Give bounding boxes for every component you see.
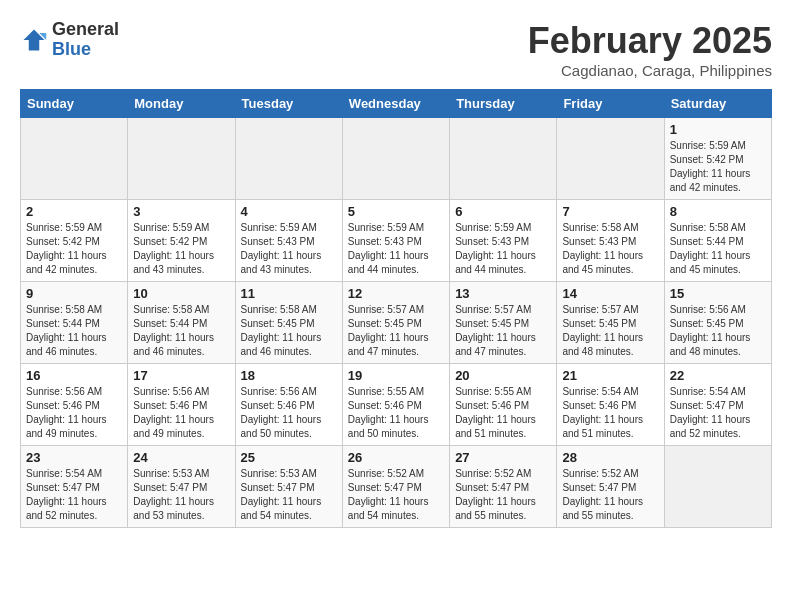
day-number: 20	[455, 368, 551, 383]
calendar-cell: 23Sunrise: 5:54 AM Sunset: 5:47 PM Dayli…	[21, 446, 128, 528]
weekday-header-monday: Monday	[128, 90, 235, 118]
svg-marker-0	[24, 29, 45, 50]
day-info: Sunrise: 5:56 AM Sunset: 5:45 PM Dayligh…	[670, 303, 766, 359]
calendar-cell: 14Sunrise: 5:57 AM Sunset: 5:45 PM Dayli…	[557, 282, 664, 364]
day-number: 23	[26, 450, 122, 465]
day-info: Sunrise: 5:55 AM Sunset: 5:46 PM Dayligh…	[348, 385, 444, 441]
calendar-cell: 6Sunrise: 5:59 AM Sunset: 5:43 PM Daylig…	[450, 200, 557, 282]
day-info: Sunrise: 5:58 AM Sunset: 5:44 PM Dayligh…	[670, 221, 766, 277]
day-number: 27	[455, 450, 551, 465]
day-info: Sunrise: 5:59 AM Sunset: 5:42 PM Dayligh…	[670, 139, 766, 195]
day-number: 17	[133, 368, 229, 383]
day-info: Sunrise: 5:59 AM Sunset: 5:42 PM Dayligh…	[26, 221, 122, 277]
day-number: 25	[241, 450, 337, 465]
weekday-header-wednesday: Wednesday	[342, 90, 449, 118]
calendar-cell: 25Sunrise: 5:53 AM Sunset: 5:47 PM Dayli…	[235, 446, 342, 528]
page-header: General Blue February 2025 Cagdianao, Ca…	[20, 20, 772, 79]
day-info: Sunrise: 5:55 AM Sunset: 5:46 PM Dayligh…	[455, 385, 551, 441]
calendar-cell: 1Sunrise: 5:59 AM Sunset: 5:42 PM Daylig…	[664, 118, 771, 200]
calendar-cell: 2Sunrise: 5:59 AM Sunset: 5:42 PM Daylig…	[21, 200, 128, 282]
calendar-cell	[235, 118, 342, 200]
day-info: Sunrise: 5:57 AM Sunset: 5:45 PM Dayligh…	[562, 303, 658, 359]
calendar-cell	[21, 118, 128, 200]
calendar-cell	[450, 118, 557, 200]
weekday-header-thursday: Thursday	[450, 90, 557, 118]
day-info: Sunrise: 5:59 AM Sunset: 5:43 PM Dayligh…	[348, 221, 444, 277]
calendar-cell: 27Sunrise: 5:52 AM Sunset: 5:47 PM Dayli…	[450, 446, 557, 528]
calendar-cell: 15Sunrise: 5:56 AM Sunset: 5:45 PM Dayli…	[664, 282, 771, 364]
calendar-cell: 7Sunrise: 5:58 AM Sunset: 5:43 PM Daylig…	[557, 200, 664, 282]
day-number: 15	[670, 286, 766, 301]
day-info: Sunrise: 5:59 AM Sunset: 5:43 PM Dayligh…	[455, 221, 551, 277]
day-info: Sunrise: 5:52 AM Sunset: 5:47 PM Dayligh…	[348, 467, 444, 523]
calendar-cell: 11Sunrise: 5:58 AM Sunset: 5:45 PM Dayli…	[235, 282, 342, 364]
calendar-cell	[128, 118, 235, 200]
calendar-cell	[342, 118, 449, 200]
logo: General Blue	[20, 20, 119, 60]
calendar-cell: 19Sunrise: 5:55 AM Sunset: 5:46 PM Dayli…	[342, 364, 449, 446]
calendar-cell: 13Sunrise: 5:57 AM Sunset: 5:45 PM Dayli…	[450, 282, 557, 364]
calendar-table: SundayMondayTuesdayWednesdayThursdayFrid…	[20, 89, 772, 528]
day-number: 18	[241, 368, 337, 383]
calendar-cell: 10Sunrise: 5:58 AM Sunset: 5:44 PM Dayli…	[128, 282, 235, 364]
week-row-5: 23Sunrise: 5:54 AM Sunset: 5:47 PM Dayli…	[21, 446, 772, 528]
calendar-cell: 4Sunrise: 5:59 AM Sunset: 5:43 PM Daylig…	[235, 200, 342, 282]
day-info: Sunrise: 5:57 AM Sunset: 5:45 PM Dayligh…	[455, 303, 551, 359]
logo-general-text: General	[52, 20, 119, 40]
day-number: 26	[348, 450, 444, 465]
weekday-header-saturday: Saturday	[664, 90, 771, 118]
day-info: Sunrise: 5:52 AM Sunset: 5:47 PM Dayligh…	[455, 467, 551, 523]
day-number: 6	[455, 204, 551, 219]
day-info: Sunrise: 5:53 AM Sunset: 5:47 PM Dayligh…	[241, 467, 337, 523]
week-row-2: 2Sunrise: 5:59 AM Sunset: 5:42 PM Daylig…	[21, 200, 772, 282]
logo-blue-text: Blue	[52, 40, 119, 60]
calendar-cell: 26Sunrise: 5:52 AM Sunset: 5:47 PM Dayli…	[342, 446, 449, 528]
calendar-cell: 21Sunrise: 5:54 AM Sunset: 5:46 PM Dayli…	[557, 364, 664, 446]
day-info: Sunrise: 5:58 AM Sunset: 5:44 PM Dayligh…	[26, 303, 122, 359]
day-number: 16	[26, 368, 122, 383]
day-number: 3	[133, 204, 229, 219]
logo-text: General Blue	[52, 20, 119, 60]
weekday-header-row: SundayMondayTuesdayWednesdayThursdayFrid…	[21, 90, 772, 118]
day-info: Sunrise: 5:57 AM Sunset: 5:45 PM Dayligh…	[348, 303, 444, 359]
week-row-1: 1Sunrise: 5:59 AM Sunset: 5:42 PM Daylig…	[21, 118, 772, 200]
day-info: Sunrise: 5:58 AM Sunset: 5:44 PM Dayligh…	[133, 303, 229, 359]
day-info: Sunrise: 5:54 AM Sunset: 5:47 PM Dayligh…	[670, 385, 766, 441]
calendar-cell: 8Sunrise: 5:58 AM Sunset: 5:44 PM Daylig…	[664, 200, 771, 282]
day-number: 1	[670, 122, 766, 137]
day-info: Sunrise: 5:54 AM Sunset: 5:47 PM Dayligh…	[26, 467, 122, 523]
calendar-cell: 3Sunrise: 5:59 AM Sunset: 5:42 PM Daylig…	[128, 200, 235, 282]
day-info: Sunrise: 5:54 AM Sunset: 5:46 PM Dayligh…	[562, 385, 658, 441]
weekday-header-friday: Friday	[557, 90, 664, 118]
calendar-cell	[664, 446, 771, 528]
calendar-cell	[557, 118, 664, 200]
title-block: February 2025 Cagdianao, Caraga, Philipp…	[528, 20, 772, 79]
day-number: 10	[133, 286, 229, 301]
day-number: 5	[348, 204, 444, 219]
weekday-header-sunday: Sunday	[21, 90, 128, 118]
day-number: 21	[562, 368, 658, 383]
day-info: Sunrise: 5:56 AM Sunset: 5:46 PM Dayligh…	[241, 385, 337, 441]
calendar-cell: 9Sunrise: 5:58 AM Sunset: 5:44 PM Daylig…	[21, 282, 128, 364]
day-info: Sunrise: 5:56 AM Sunset: 5:46 PM Dayligh…	[133, 385, 229, 441]
day-info: Sunrise: 5:58 AM Sunset: 5:43 PM Dayligh…	[562, 221, 658, 277]
calendar-cell: 12Sunrise: 5:57 AM Sunset: 5:45 PM Dayli…	[342, 282, 449, 364]
calendar-cell: 18Sunrise: 5:56 AM Sunset: 5:46 PM Dayli…	[235, 364, 342, 446]
month-title: February 2025	[528, 20, 772, 62]
day-number: 7	[562, 204, 658, 219]
day-number: 13	[455, 286, 551, 301]
day-number: 9	[26, 286, 122, 301]
day-info: Sunrise: 5:59 AM Sunset: 5:42 PM Dayligh…	[133, 221, 229, 277]
day-info: Sunrise: 5:56 AM Sunset: 5:46 PM Dayligh…	[26, 385, 122, 441]
calendar-cell: 17Sunrise: 5:56 AM Sunset: 5:46 PM Dayli…	[128, 364, 235, 446]
day-number: 22	[670, 368, 766, 383]
calendar-cell: 20Sunrise: 5:55 AM Sunset: 5:46 PM Dayli…	[450, 364, 557, 446]
day-number: 4	[241, 204, 337, 219]
day-number: 2	[26, 204, 122, 219]
day-info: Sunrise: 5:59 AM Sunset: 5:43 PM Dayligh…	[241, 221, 337, 277]
day-info: Sunrise: 5:58 AM Sunset: 5:45 PM Dayligh…	[241, 303, 337, 359]
day-number: 12	[348, 286, 444, 301]
calendar-cell: 5Sunrise: 5:59 AM Sunset: 5:43 PM Daylig…	[342, 200, 449, 282]
location-title: Cagdianao, Caraga, Philippines	[528, 62, 772, 79]
calendar-cell: 24Sunrise: 5:53 AM Sunset: 5:47 PM Dayli…	[128, 446, 235, 528]
